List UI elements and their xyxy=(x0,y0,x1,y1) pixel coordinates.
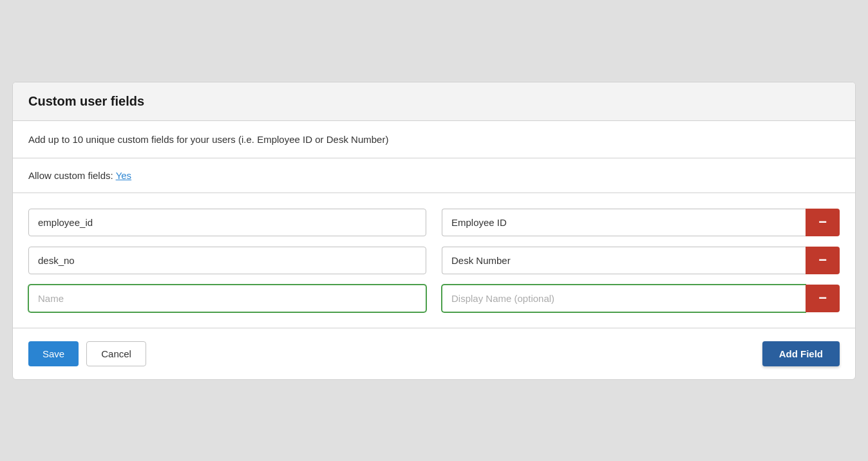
field-display-input-2[interactable] xyxy=(442,247,806,274)
remove-button-2[interactable]: − xyxy=(806,247,840,274)
field-name-input-3[interactable] xyxy=(28,285,426,312)
card-header: Custom user fields xyxy=(13,82,855,121)
cancel-button[interactable]: Cancel xyxy=(86,341,146,366)
field-name-input-2[interactable] xyxy=(28,247,426,274)
description-text: Add up to 10 unique custom fields for yo… xyxy=(28,134,388,145)
field-display-right-3: − xyxy=(442,285,840,312)
field-name-input-1[interactable] xyxy=(28,209,426,236)
field-display-right-1: − xyxy=(442,209,840,236)
remove-icon-3: − xyxy=(818,291,827,305)
allow-label: Allow custom fields: xyxy=(28,170,113,181)
allow-section: Allow custom fields: Yes xyxy=(13,158,855,193)
field-row-2: − xyxy=(28,247,840,274)
save-button[interactable]: Save xyxy=(28,341,79,366)
remove-icon-1: − xyxy=(818,215,827,229)
field-name-left-3 xyxy=(28,285,426,312)
field-display-input-3[interactable] xyxy=(442,285,806,312)
fields-section: − − − xyxy=(13,193,855,328)
remove-button-1[interactable]: − xyxy=(806,209,840,236)
custom-user-fields-card: Custom user fields Add up to 10 unique c… xyxy=(12,82,856,380)
card-description: Add up to 10 unique custom fields for yo… xyxy=(13,121,855,158)
field-display-input-1[interactable] xyxy=(442,209,806,236)
field-name-left-2 xyxy=(28,247,426,274)
field-row-1: − xyxy=(28,209,840,236)
field-name-left-1 xyxy=(28,209,426,236)
remove-button-3[interactable]: − xyxy=(806,285,840,312)
card-title: Custom user fields xyxy=(28,94,840,109)
card-actions: Save Cancel Add Field xyxy=(13,328,855,379)
field-row-3: − xyxy=(28,285,840,312)
remove-icon-2: − xyxy=(818,253,827,267)
add-field-button[interactable]: Add Field xyxy=(762,341,840,366)
allow-value-link[interactable]: Yes xyxy=(116,170,131,181)
field-display-right-2: − xyxy=(442,247,840,274)
